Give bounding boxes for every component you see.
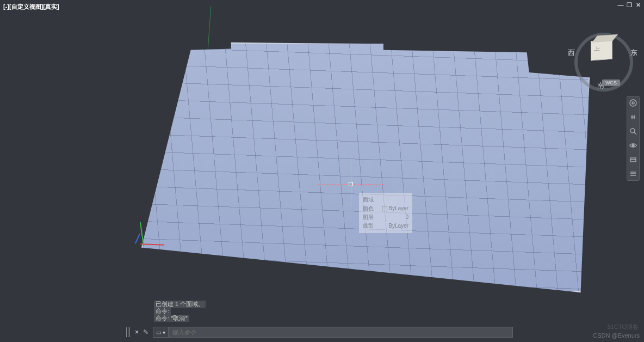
- coord-system-badge[interactable]: WCS: [602, 80, 620, 86]
- minimize-button[interactable]: —: [618, 2, 623, 8]
- svg-point-0: [630, 100, 636, 106]
- recent-commands-button[interactable]: ▭ ▾: [153, 327, 169, 337]
- cube-top-label: 上: [594, 45, 600, 53]
- orbit-icon[interactable]: [629, 141, 637, 150]
- compass-west[interactable]: 西: [568, 48, 575, 58]
- pan-icon[interactable]: [629, 113, 637, 121]
- surface-grid: [143, 44, 589, 291]
- close-button[interactable]: ✕: [635, 2, 641, 8]
- tooltip-key: 图层: [363, 213, 374, 222]
- close-cmdline-button[interactable]: ×: [133, 328, 141, 336]
- cmd-line: 命令:: [154, 308, 171, 315]
- cmd-line: 已创建 1 个面域。: [154, 301, 206, 308]
- entity-tooltip: 面域 颜色 ByLayer 图层 0 线型 ByLayer: [359, 193, 412, 233]
- showmotion-icon[interactable]: [629, 155, 637, 164]
- tooltip-val: 0: [405, 213, 408, 222]
- watermark-secondary: 51CTO博客: [608, 323, 639, 331]
- viewport-label[interactable]: [-][自定义视图][真实]: [3, 3, 59, 11]
- tooltip-row: 颜色 ByLayer: [363, 204, 408, 213]
- maximize-button[interactable]: ❐: [627, 2, 632, 8]
- tooltip-val: ByLayer: [382, 204, 408, 213]
- zoom-icon[interactable]: [629, 127, 637, 136]
- svg-point-2: [630, 129, 635, 133]
- command-input-wrap: ▭ ▾: [153, 327, 513, 338]
- svg-point-4: [632, 144, 634, 146]
- viewport-3d[interactable]: 面域 颜色 ByLayer 图层 0 线型 ByLayer: [0, 0, 644, 342]
- ucs-y-axis: [140, 222, 144, 246]
- region-surface[interactable]: [141, 42, 590, 292]
- customize-button[interactable]: ✎: [141, 328, 151, 336]
- nav-menu-icon[interactable]: [629, 169, 637, 178]
- tooltip-row: 线型 ByLayer: [363, 222, 408, 230]
- svg-point-1: [632, 102, 634, 104]
- watermark: CSDN @Evenurs: [593, 332, 640, 339]
- cmd-line: 命令: *取消*: [154, 315, 189, 322]
- compass-east[interactable]: 东: [630, 48, 637, 58]
- tooltip-key: 颜色: [363, 204, 374, 213]
- view-cube[interactable]: 上 西 东 南: [569, 28, 634, 88]
- tooltip-row: 图层 0: [363, 213, 408, 222]
- navigation-bar: [627, 96, 640, 181]
- command-bar: × ✎ ▭ ▾: [126, 327, 513, 338]
- drag-handle-icon[interactable]: [126, 327, 131, 337]
- tooltip-val: ByLayer: [388, 222, 408, 230]
- command-input[interactable]: [169, 329, 512, 335]
- steering-wheel-icon[interactable]: [629, 99, 637, 107]
- tooltip-title: 面域: [363, 196, 408, 204]
- command-history: 已创建 1 个面域。 命令: 命令: *取消*: [154, 301, 206, 322]
- window-controls: — ❐ ✕: [618, 2, 641, 8]
- ucs-z-axis: [135, 234, 140, 244]
- tooltip-key: 线型: [363, 222, 374, 230]
